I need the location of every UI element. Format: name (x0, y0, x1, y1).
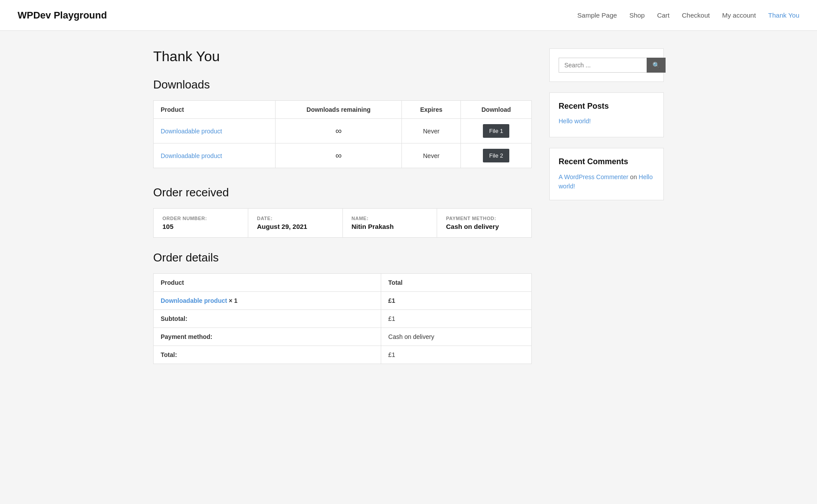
order-details-title: Order details (153, 251, 532, 265)
main-nav: Sample Page Shop Cart Checkout My accoun… (578, 11, 799, 19)
col-order-total: Total (381, 274, 532, 292)
order-details-header-row: Product Total (154, 274, 532, 292)
nav-link-checkout[interactable]: Checkout (682, 11, 710, 19)
order-meta-item: NAME: Nitin Prakash (343, 209, 438, 237)
order-meta-label: NAME: (352, 216, 428, 221)
order-product-row: Downloadable product × 1 £1 (154, 292, 532, 310)
order-product-link[interactable]: Downloadable product (161, 297, 227, 304)
nav-link-my-account[interactable]: My account (722, 11, 756, 19)
recent-posts-title: Recent Posts (559, 102, 655, 111)
site-title: WPDev Playground (18, 10, 107, 21)
col-download: Download (461, 101, 532, 119)
order-summary-value: £1 (381, 346, 532, 364)
order-summary-label: Payment method: (154, 328, 381, 346)
site-header: WPDev Playground Sample Page Shop Cart C… (0, 0, 817, 31)
search-form[interactable]: 🔍 (559, 58, 655, 73)
nav-link-thank-you[interactable]: Thank You (768, 11, 799, 19)
order-details-table: Product Total Downloadable product × 1 £… (153, 273, 532, 364)
download-product-cell: Downloadable product (154, 143, 276, 168)
search-widget: 🔍 (549, 48, 664, 82)
recent-comments-widget: Recent Comments A WordPress Commenter on… (549, 148, 664, 200)
order-meta-value: 105 (162, 223, 239, 230)
nav-link-shop[interactable]: Shop (629, 11, 645, 19)
col-order-product: Product (154, 274, 381, 292)
order-meta-label: PAYMENT METHOD: (446, 216, 523, 221)
nav-item-thank-you[interactable]: Thank You (768, 11, 799, 19)
order-summary-row: Total: £1 (154, 346, 532, 364)
downloads-section: Downloads Product Downloads remaining Ex… (153, 78, 532, 168)
download-expires-cell: Never (401, 119, 460, 143)
download-remaining-cell: ∞ (276, 143, 402, 168)
download-remaining-cell: ∞ (276, 119, 402, 143)
sidebar: 🔍 Recent Posts Hello world! Recent Comme… (549, 48, 664, 364)
order-product-total: £1 (381, 292, 532, 310)
order-summary-value: £1 (381, 310, 532, 328)
order-meta-item: ORDER NUMBER: 105 (154, 209, 248, 237)
commenter-link[interactable]: A WordPress Commenter (559, 173, 628, 180)
order-meta-item: PAYMENT METHOD: Cash on delivery (437, 209, 531, 237)
downloads-title: Downloads (153, 78, 532, 92)
nav-link-cart[interactable]: Cart (657, 11, 670, 19)
download-file-cell: File 1 (461, 119, 532, 143)
downloads-header-row: Product Downloads remaining Expires Down… (154, 101, 532, 119)
search-icon: 🔍 (652, 62, 660, 69)
nav-item-checkout[interactable]: Checkout (682, 11, 710, 19)
comment-text: A WordPress Commenter on Hello world! (559, 173, 655, 191)
order-received-section: Order received ORDER NUMBER: 105 DATE: A… (153, 186, 532, 238)
search-input[interactable] (559, 58, 647, 73)
on-text: on (630, 173, 638, 180)
page-wrapper: Thank You Downloads Product Downloads re… (144, 31, 673, 382)
recent-post-link-hello-world[interactable]: Hello world! (559, 118, 591, 125)
downloads-table: Product Downloads remaining Expires Down… (153, 100, 532, 168)
order-summary-label: Subtotal: (154, 310, 381, 328)
col-expires: Expires (401, 101, 460, 119)
nav-link-sample-page[interactable]: Sample Page (578, 11, 617, 19)
order-summary-value: Cash on delivery (381, 328, 532, 346)
downloads-row: Downloadable product ∞ Never File 1 (154, 119, 532, 143)
col-product: Product (154, 101, 276, 119)
recent-posts-widget: Recent Posts Hello world! (549, 92, 664, 137)
search-button[interactable]: 🔍 (647, 58, 666, 73)
file-button-2[interactable]: File 2 (483, 149, 509, 162)
recent-posts-list: Hello world! (559, 117, 655, 125)
main-content: Thank You Downloads Product Downloads re… (153, 48, 532, 364)
nav-item-shop[interactable]: Shop (629, 11, 645, 19)
order-meta-label: ORDER NUMBER: (162, 216, 239, 221)
page-title: Thank You (153, 48, 532, 65)
nav-item-sample-page[interactable]: Sample Page (578, 11, 617, 19)
downloads-row: Downloadable product ∞ Never File 2 (154, 143, 532, 168)
download-product-link[interactable]: Downloadable product (161, 152, 222, 159)
order-summary-row: Payment method: Cash on delivery (154, 328, 532, 346)
order-product-cell: Downloadable product × 1 (154, 292, 381, 310)
order-details-section: Order details Product Total Downloadable… (153, 251, 532, 364)
order-received-title: Order received (153, 186, 532, 199)
order-meta: ORDER NUMBER: 105 DATE: August 29, 2021 … (153, 208, 532, 238)
download-product-link[interactable]: Downloadable product (161, 128, 222, 135)
order-summary-row: Subtotal: £1 (154, 310, 532, 328)
download-expires-cell: Never (401, 143, 460, 168)
download-product-cell: Downloadable product (154, 119, 276, 143)
nav-menu: Sample Page Shop Cart Checkout My accoun… (578, 11, 799, 19)
col-downloads-remaining: Downloads remaining (276, 101, 402, 119)
file-button-1[interactable]: File 1 (483, 124, 509, 138)
nav-item-cart[interactable]: Cart (657, 11, 670, 19)
nav-item-my-account[interactable]: My account (722, 11, 756, 19)
order-product-qty: × 1 (229, 297, 238, 304)
recent-comments-title: Recent Comments (559, 157, 655, 166)
order-meta-value: August 29, 2021 (257, 223, 334, 230)
order-meta-value: Cash on delivery (446, 223, 523, 230)
list-item[interactable]: Hello world! (559, 117, 655, 125)
order-meta-item: DATE: August 29, 2021 (248, 209, 343, 237)
order-meta-label: DATE: (257, 216, 334, 221)
order-summary-label: Total: (154, 346, 381, 364)
order-meta-value: Nitin Prakash (352, 223, 428, 230)
download-file-cell: File 2 (461, 143, 532, 168)
